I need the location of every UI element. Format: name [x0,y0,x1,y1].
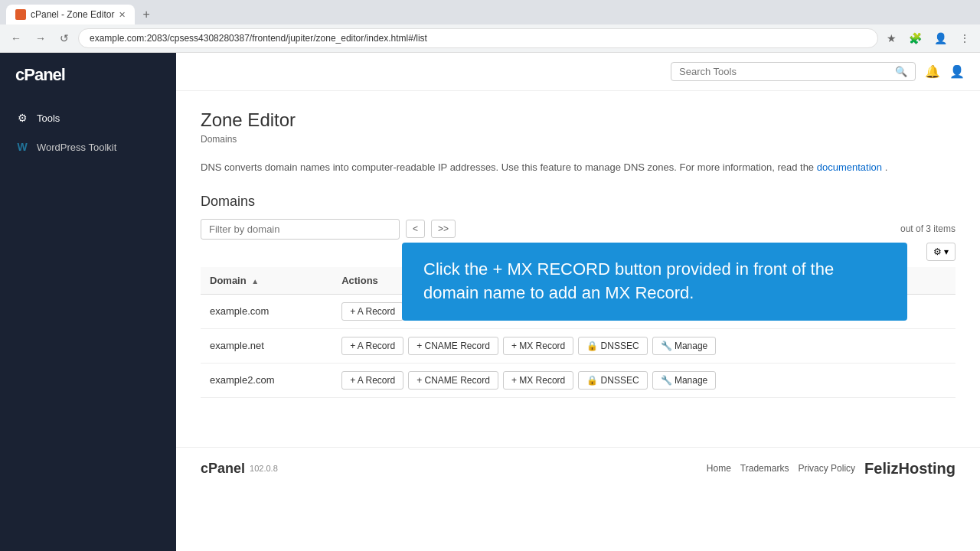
next-page-button[interactable]: >> [431,220,456,238]
footer: cPanel 102.0.8 Home Trademarks Privacy P… [176,447,980,490]
profile-icon[interactable]: 👤 [930,31,951,46]
search-input[interactable] [679,66,890,77]
breadcrumb: Domains [201,134,956,145]
action-btn-4[interactable]: 🔧 Manage [652,337,717,355]
actions-cell: + A Record+ CNAME Record+ MX Record🔒 DNS… [332,363,956,397]
domain-cell: example.com [201,294,332,328]
notifications-icon[interactable]: 🔔 [925,64,940,79]
page-content: Zone Editor Domains DNS converts domain … [176,91,980,416]
browser-actions: ★ 🧩 👤 ⋮ [883,31,974,46]
menu-icon[interactable]: ⋮ [956,31,974,46]
refresh-button[interactable]: ↺ [55,31,74,46]
filter-row: < >> out of 3 items [201,219,956,240]
app-layout: cPanel ⚙ Tools W WordPress Toolkit 🔍 🔔 👤 [0,53,980,551]
action-buttons: + A Record+ CNAME Record+ MX Record🔒 DNS… [341,371,946,390]
extensions-icon[interactable]: 🧩 [905,31,926,46]
user-icon[interactable]: 👤 [949,64,965,79]
pagination-info: out of 3 items [900,223,956,234]
action-btn-1[interactable]: + CNAME Record [408,337,498,355]
tooltip-overlay: Click the + MX RECORD button provided in… [402,243,907,321]
tab-close-button[interactable]: ✕ [119,10,126,20]
tab-favicon [15,9,26,20]
domain-cell: example.net [201,328,332,363]
cpanel-logo-panel: Panel [24,65,65,84]
table-row: example2.com+ A Record+ CNAME Record+ MX… [201,363,956,397]
action-btn-0[interactable]: + A Record [341,337,403,355]
page-title: Zone Editor [201,109,956,131]
search-icon: 🔍 [895,66,907,77]
sort-icon: ▲ [251,277,259,285]
action-btn-4[interactable]: 🔧 Manage [652,371,717,390]
action-btn-0[interactable]: + A Record [341,302,403,321]
table-row: example.net+ A Record+ CNAME Record+ MX … [201,328,956,363]
footer-privacy-link[interactable]: Privacy Policy [798,463,855,474]
description-end: . [885,161,888,173]
footer-logo-panel: Panel [208,461,245,476]
filter-input[interactable] [201,219,400,240]
action-btn-2[interactable]: + MX Record [503,371,573,390]
sidebar-nav: ⚙ Tools W WordPress Toolkit [0,97,176,168]
forward-button[interactable]: → [31,31,51,46]
address-input[interactable] [78,28,878,48]
main-content: 🔍 🔔 👤 Zone Editor Domains DNS converts d… [176,53,980,551]
actions-cell: + A Record+ CNAME Record+ MX Record🔒 DNS… [332,328,956,363]
bookmark-icon[interactable]: ★ [883,31,900,46]
action-btn-1[interactable]: + CNAME Record [408,371,498,390]
footer-version: 102.0.8 [250,464,278,473]
tab-title: cPanel - Zone Editor [31,9,114,20]
footer-links: Home Trademarks Privacy Policy FelizHost… [707,460,956,478]
search-box[interactable]: 🔍 [671,62,916,81]
action-buttons: + A Record+ CNAME Record+ MX Record🔒 DNS… [341,337,946,355]
footer-logo: cPanel 102.0.8 [201,461,278,477]
sidebar: cPanel ⚙ Tools W WordPress Toolkit [0,53,176,551]
tools-icon: ⚙ [15,111,29,125]
column-domain: Domain ▲ [201,267,332,295]
wordpress-icon: W [15,140,29,154]
footer-logo-text: cPanel [201,461,245,477]
sidebar-item-tools[interactable]: ⚙ Tools [0,103,176,132]
tooltip-text: Click the + MX RECORD button provided in… [423,259,834,302]
cpanel-logo: cPanel [15,65,65,85]
cpanel-logo-c: c [15,65,24,84]
sidebar-item-wordpress-label: WordPress Toolkit [37,142,116,153]
sidebar-logo: cPanel [0,53,176,97]
address-bar: ← → ↺ ★ 🧩 👤 ⋮ [0,24,980,52]
browser-tab[interactable]: cPanel - Zone Editor ✕ [6,5,135,24]
action-btn-3[interactable]: 🔒 DNSSEC [578,371,647,390]
tab-bar: cPanel - Zone Editor ✕ + [0,0,980,24]
footer-brand: FelizHosting [864,460,956,478]
browser-chrome: cPanel - Zone Editor ✕ + ← → ↺ ★ 🧩 👤 ⋮ [0,0,980,53]
sidebar-item-tools-label: Tools [37,112,60,124]
action-btn-0[interactable]: + A Record [341,371,403,390]
description: DNS converts domain names into computer-… [201,160,956,175]
description-text: DNS converts domain names into computer-… [201,161,814,173]
domains-section-title: Domains [201,194,956,210]
table-settings-button[interactable]: ⚙ ▾ [926,243,956,261]
new-tab-button[interactable]: + [138,8,154,21]
documentation-link[interactable]: documentation [817,161,882,173]
footer-trademarks-link[interactable]: Trademarks [740,463,789,474]
top-bar: 🔍 🔔 👤 [176,53,980,91]
footer-logo-c: c [201,461,208,476]
footer-home-link[interactable]: Home [707,463,731,474]
sidebar-item-wordpress-toolkit[interactable]: W WordPress Toolkit [0,132,176,161]
action-btn-3[interactable]: 🔒 DNSSEC [578,337,647,355]
back-button[interactable]: ← [6,31,26,46]
prev-page-button[interactable]: < [406,220,425,238]
domain-cell: example2.com [201,363,332,397]
action-btn-2[interactable]: + MX Record [503,337,573,355]
